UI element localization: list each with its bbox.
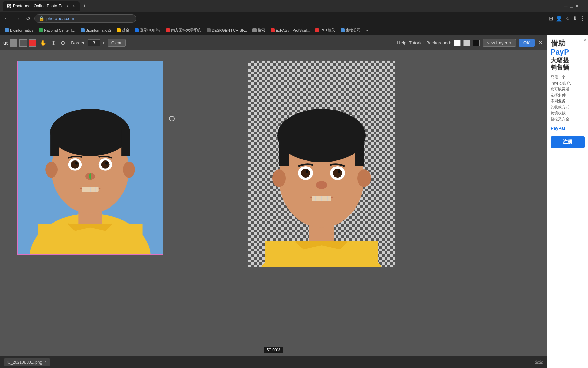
address-bar[interactable]: 🔒 photopea.com: [34, 14, 136, 23]
zoom-indicator: 50.00%: [264, 347, 283, 353]
bookmark-fund[interactable]: 基金: [115, 27, 131, 33]
ad-close-button[interactable]: ×: [584, 37, 587, 43]
new-layer-button[interactable]: New Layer ▼: [483, 39, 516, 47]
help-button[interactable]: Help: [397, 40, 406, 45]
ad-cta-button[interactable]: 注册: [551, 136, 585, 148]
minimize-icon[interactable]: ─: [564, 3, 567, 9]
svg-point-35: [338, 170, 340, 173]
bookmark-qq[interactable]: 登录QQ邮箱: [133, 27, 163, 33]
add-point-button[interactable]: ⊕: [50, 39, 57, 47]
bottom-bar: U_20210830....png ∧ 全全: [0, 356, 547, 368]
bg-swatch-white[interactable]: [454, 40, 461, 46]
nav-icons: ⊞ 👤 ☆ ⬇ ⋮: [549, 15, 585, 22]
svg-point-12: [71, 160, 79, 169]
background-label: Background:: [426, 40, 451, 45]
bookmark-icon[interactable]: ☆: [565, 15, 570, 22]
ad-content: 借助 PayP 大幅提 销售额 只需一个PayPal账户,您可以灵活选择多种不同…: [547, 35, 588, 151]
color-swatch-gray[interactable]: [10, 39, 17, 47]
svg-point-13: [101, 160, 110, 169]
svg-point-8: [45, 162, 58, 178]
svg-point-14: [75, 162, 78, 165]
bg-swatch-light-gray[interactable]: [463, 40, 470, 46]
downloads-icon[interactable]: ⬇: [573, 15, 577, 22]
photo-right-container: [248, 61, 395, 267]
remove-point-button[interactable]: ⊖: [59, 39, 66, 47]
bookmark-bioinformatics[interactable]: Bioinformatics: [3, 28, 35, 33]
left-portrait-svg: [18, 61, 163, 254]
bookmarks-bar: Bioinformatics National Center f... Bioi…: [0, 25, 588, 35]
window-close-icon[interactable]: ×: [576, 3, 578, 9]
active-tab[interactable]: 🖼 Photopea | Online Photo Edito... ×: [3, 1, 80, 11]
nav-bar: ← → ↺ 🔒 photopea.com ⊞ 👤 ☆ ⬇ ⋮: [0, 12, 588, 25]
ad-title-line1: 借助: [551, 39, 585, 48]
bookmark-icon: [271, 28, 275, 32]
photo-left-container: [17, 61, 163, 255]
bookmark-nanfang[interactable]: 南方医科大学系统: [164, 27, 203, 33]
new-layer-dropdown-arrow: ▼: [509, 41, 512, 45]
toolbar-right: Help Tutorial Background: New Layer ▼ OK…: [397, 39, 544, 47]
tab-bar: 🖼 Photopea | Online Photo Edito... × + ─…: [0, 0, 588, 12]
svg-point-28: [272, 169, 286, 187]
tab-close-icon[interactable]: ×: [73, 4, 75, 8]
file-tab-arrow[interactable]: ∧: [44, 360, 47, 364]
bookmark-national-center[interactable]: National Center f...: [37, 28, 77, 33]
tab-favicon: 🖼: [7, 4, 11, 9]
new-tab-button[interactable]: +: [81, 3, 88, 9]
bookmark-expasy[interactable]: ExPASy - ProtScal...: [268, 28, 312, 33]
ad-brand: PayPal: [551, 126, 585, 131]
svg-rect-2: [38, 224, 142, 254]
svg-point-25: [277, 109, 366, 162]
bottom-right-label: 全全: [535, 359, 543, 365]
bookmark-icon: [5, 28, 9, 32]
ad-title-line4: 销售额: [551, 64, 585, 72]
bookmark-icon: [166, 28, 170, 32]
editor-toolbar: ut ✋ ⊕ ⊖ Border: ▼ Clear Help Tutorial B…: [0, 35, 547, 50]
bookmark-bio-company[interactable]: 生物公司: [339, 27, 363, 33]
clear-button[interactable]: Clear: [108, 39, 126, 47]
right-portrait-svg: [248, 61, 395, 267]
reload-button[interactable]: ↺: [24, 15, 32, 22]
ad-title-line2: PayP: [551, 48, 585, 57]
bookmark-icon: [315, 28, 319, 32]
editor-wrapper: ut ✋ ⊕ ⊖ Border: ▼ Clear Help Tutorial B…: [0, 35, 588, 368]
canvas-area[interactable]: 50.00%: [0, 50, 547, 356]
ad-title-line3: 大幅提: [551, 57, 585, 64]
svg-point-9: [123, 162, 135, 178]
bookmark-icon: [117, 28, 121, 32]
color-swatch-dark-gray[interactable]: [19, 39, 27, 47]
bg-swatch-black[interactable]: [473, 40, 480, 46]
file-name: U_20210830....png: [7, 360, 42, 365]
border-dropdown-arrow[interactable]: ▼: [102, 41, 105, 45]
bookmark-icon: [39, 28, 43, 32]
border-input[interactable]: [88, 39, 100, 46]
tab-title: Photopea | Online Photo Edito...: [13, 4, 71, 9]
bookmark-search[interactable]: 搜索: [250, 27, 267, 33]
color-swatch-red[interactable]: [29, 39, 36, 47]
photo-left-background: [18, 61, 163, 254]
maximize-icon[interactable]: □: [570, 3, 573, 9]
svg-point-36: [316, 181, 327, 189]
hand-tool-button[interactable]: ✋: [38, 39, 48, 47]
ad-panel: × 借助 PayP 大幅提 销售额 只需一个PayPal账户,您可以灵活选择多种…: [547, 35, 588, 368]
bookmark-ppt[interactable]: PPT相关: [313, 27, 337, 33]
toolbar-close-button[interactable]: ×: [537, 39, 544, 46]
profile-icon[interactable]: 👤: [556, 15, 562, 22]
settings-icon[interactable]: ⋮: [580, 15, 585, 22]
ok-button[interactable]: OK: [519, 39, 535, 47]
bookmark-deskgen[interactable]: DESKGEN | CRISP...: [205, 28, 249, 33]
border-label: Border:: [71, 40, 86, 45]
file-tab[interactable]: U_20210830....png ∧: [4, 358, 50, 366]
bookmark-icon: [207, 28, 211, 32]
extensions-icon[interactable]: ⊞: [549, 15, 553, 22]
bookmark-bioinformatics2[interactable]: Bioinformatics2: [79, 28, 113, 33]
bookmark-more[interactable]: »: [364, 28, 370, 33]
bookmark-icon: [81, 28, 85, 32]
bookmark-icon: [135, 28, 139, 32]
svg-rect-7: [121, 129, 130, 156]
svg-point-33: [333, 169, 342, 178]
svg-point-5: [50, 109, 130, 156]
svg-point-29: [357, 169, 371, 187]
tutorial-button[interactable]: Tutorial: [409, 40, 424, 45]
forward-button[interactable]: →: [14, 16, 22, 22]
back-button[interactable]: ←: [3, 16, 11, 22]
